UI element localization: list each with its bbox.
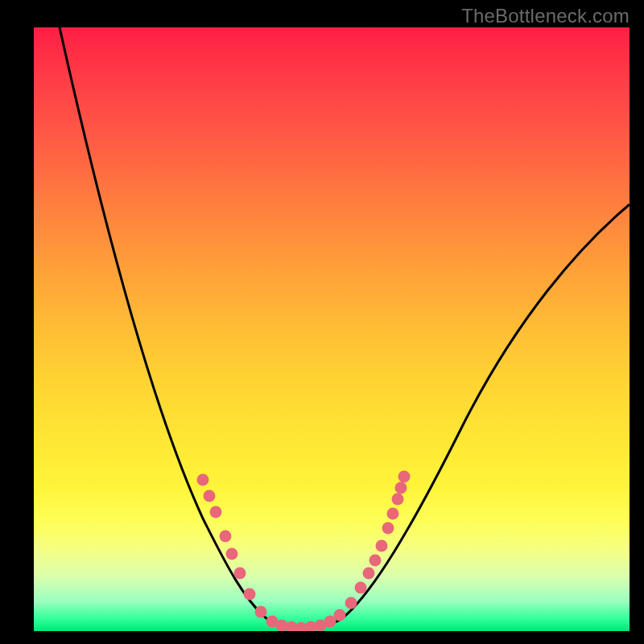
data-point bbox=[226, 548, 238, 560]
data-point bbox=[355, 582, 367, 594]
data-point bbox=[220, 530, 232, 543]
data-point bbox=[369, 555, 382, 567]
watermark-text: TheBottleneck.com bbox=[461, 5, 630, 27]
data-point bbox=[197, 474, 209, 486]
data-point bbox=[363, 568, 375, 580]
data-point bbox=[210, 506, 222, 518]
data-point bbox=[334, 609, 346, 621]
data-point bbox=[392, 493, 404, 506]
data-point bbox=[204, 490, 216, 502]
data-point bbox=[345, 597, 357, 609]
data-point bbox=[234, 568, 246, 580]
data-point bbox=[255, 606, 267, 618]
bottleneck-curve bbox=[60, 27, 630, 628]
data-point bbox=[244, 588, 256, 601]
data-point bbox=[382, 522, 394, 535]
data-point bbox=[395, 482, 407, 494]
curve-svg bbox=[34, 27, 630, 631]
data-markers bbox=[197, 471, 411, 632]
data-point bbox=[398, 471, 411, 483]
data-point bbox=[376, 540, 388, 552]
chart-frame: TheBottleneck.com bbox=[0, 0, 644, 644]
data-point bbox=[387, 508, 399, 520]
plot-area bbox=[34, 27, 630, 631]
